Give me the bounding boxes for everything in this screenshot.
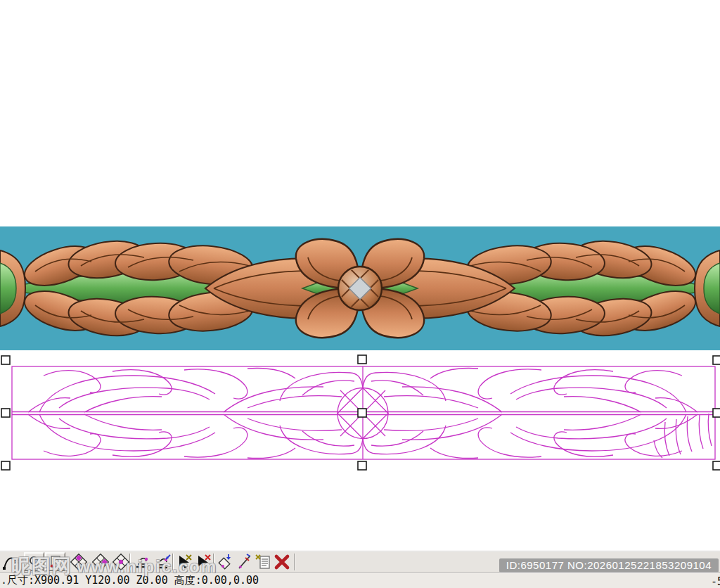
delete-red-x-icon[interactable] — [273, 554, 291, 570]
handle-mid-right[interactable] — [713, 409, 720, 417]
wireframe-selection[interactable] — [0, 352, 720, 475]
handle-mid-left[interactable] — [1, 409, 10, 417]
handle-center[interactable] — [358, 409, 366, 417]
list-delete-icon[interactable] — [254, 554, 272, 570]
status-bar: . 尺寸:X900.91 Y120.00 Z0.00 高度:0.00,0.00 … — [0, 572, 720, 588]
relief-surface-icon[interactable] — [134, 554, 152, 570]
status-stub: . — [1, 573, 7, 588]
relief-surface-arrow-icon[interactable] — [154, 554, 172, 570]
id-badge: ID:6950177 NO:20260125221853209104 — [499, 558, 719, 573]
surface-grid-nw-icon[interactable] — [70, 554, 88, 570]
surface-grid-center-icon[interactable] — [112, 554, 130, 570]
handle-bottom-center[interactable] — [358, 461, 366, 470]
workspace: . 尺寸:X900.91 Y120.00 Z0.00 高度:0.00,0.00 … — [0, 0, 720, 588]
toolbar-button-1[interactable] — [24, 552, 44, 571]
handle-top-right[interactable] — [713, 356, 720, 364]
handle-bottom-left[interactable] — [1, 461, 10, 470]
dimension-readout: 尺寸:X900.91 Y120.00 Z0.00 高度:0.00,0.00 — [7, 573, 259, 588]
handle-top-center[interactable] — [358, 355, 366, 364]
relief-render — [0, 226, 720, 350]
wireframe-render — [0, 352, 720, 475]
selection-handles — [1, 355, 720, 470]
toolbar-separator — [294, 554, 295, 570]
spline-node-tool-icon[interactable] — [2, 554, 20, 570]
toolbar-separator — [213, 554, 214, 570]
surface-grid-ne-icon[interactable] — [91, 554, 110, 570]
select-cursor-red-x-icon[interactable] — [195, 554, 213, 570]
toolbar-separator — [172, 554, 174, 570]
transform-surface-arrows-icon[interactable] — [217, 554, 235, 570]
handle-top-left[interactable] — [1, 356, 10, 364]
measure-pen-icon[interactable] — [236, 554, 254, 570]
coordinate-readout: -5 — [711, 574, 720, 588]
toolbar-button-2[interactable] — [45, 552, 65, 571]
select-cursor-yellow-x-icon[interactable] — [176, 554, 194, 570]
relief-preview[interactable] — [0, 226, 720, 350]
handle-bottom-right[interactable] — [713, 461, 720, 470]
toolbar-separator — [129, 554, 131, 570]
